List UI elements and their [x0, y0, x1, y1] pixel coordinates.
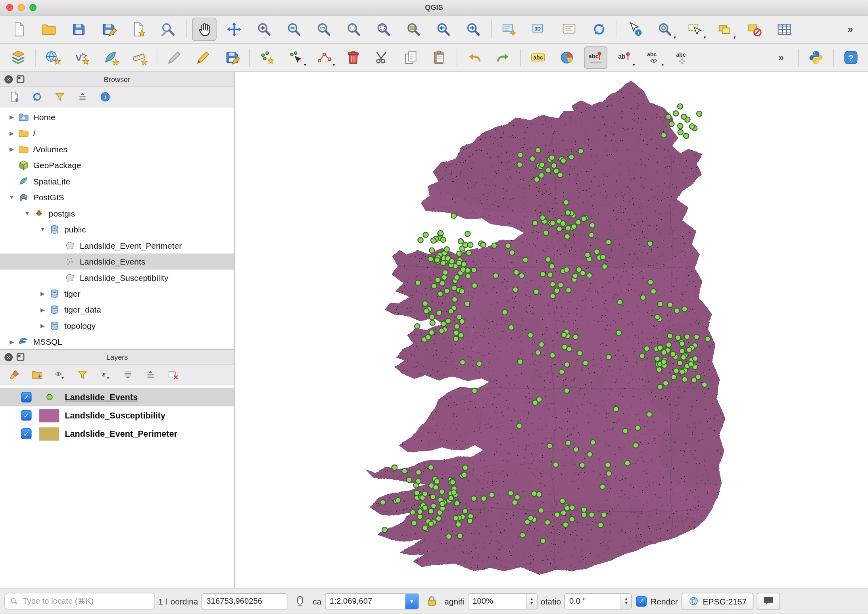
add-point-feature[interactable] — [255, 46, 278, 69]
redo[interactable] — [492, 46, 515, 69]
add-layer-definition[interactable] — [7, 89, 22, 105]
new-print-layout[interactable] — [126, 18, 150, 41]
pin-unpin-labels[interactable]: ab▾ — [613, 46, 636, 69]
browser-item-geopackage[interactable]: GeoPackage — [0, 157, 234, 173]
vertex-tool[interactable]: ▾ — [313, 46, 336, 69]
save-project-as[interactable] — [96, 18, 121, 41]
map-canvas[interactable] — [235, 72, 868, 588]
zoom-last[interactable] — [431, 18, 455, 41]
browser-item-tiger[interactable]: ▶tiger — [0, 286, 234, 301]
add-wms-layer[interactable] — [42, 46, 65, 69]
chevron-right-icon[interactable]: ▶ — [6, 130, 18, 136]
move-feature[interactable]: ▾ — [284, 46, 307, 69]
deselect-features[interactable] — [742, 18, 766, 41]
browser-item-public[interactable]: ▼public — [0, 221, 234, 237]
current-edits[interactable] — [163, 46, 186, 69]
close-panel-icon[interactable]: × — [4, 75, 13, 83]
chevron-down-icon[interactable]: ▼ — [36, 226, 49, 232]
filter-browser[interactable] — [52, 89, 67, 105]
zoom-native[interactable]: 1:1 — [312, 18, 336, 41]
pan-map[interactable] — [192, 18, 216, 41]
open-layer-styling[interactable] — [7, 367, 22, 382]
layer-visibility-checkbox[interactable]: ✓ — [21, 392, 32, 403]
expand-all[interactable] — [120, 367, 136, 382]
browser-properties[interactable]: i — [98, 89, 113, 105]
render-toggle[interactable]: ✓ Render — [636, 596, 678, 606]
add-vector-layer[interactable]: V — [70, 46, 94, 69]
move-label[interactable]: abc — [670, 46, 694, 69]
zoom-window-button[interactable]: + — [29, 4, 36, 11]
scale-dropdown-button[interactable]: ▾ — [405, 594, 418, 609]
browser-item-tiger-data[interactable]: ▶tiger_data — [0, 302, 234, 318]
browser-item-landslide-event-perimeter[interactable]: Landslide_Event_Perimeter — [0, 238, 234, 253]
close-window-button[interactable]: × — [6, 4, 13, 11]
python-console[interactable] — [805, 46, 828, 69]
browser-item-volumes[interactable]: ▶/Volumes — [0, 141, 234, 157]
new-map-view[interactable] — [497, 18, 521, 41]
browser-item-item[interactable]: ▶/ — [0, 125, 234, 141]
zoom-to-selection[interactable] — [371, 18, 396, 41]
close-panel-icon[interactable]: × — [4, 353, 13, 361]
chevron-right-icon[interactable]: ▶ — [36, 291, 49, 297]
browser-item-spatialite[interactable]: SpatiaLite — [0, 173, 234, 189]
rotation-input[interactable] — [565, 597, 621, 605]
browser-item-postgis[interactable]: ▼postgis — [0, 205, 234, 221]
open-project[interactable] — [36, 18, 61, 41]
layer-visibility-checkbox[interactable]: ✓ — [21, 410, 32, 421]
layer-item-landslide-susceptibility[interactable]: ✓Landslide_Susceptibility — [0, 406, 234, 424]
select-features[interactable]: ▾ — [683, 18, 707, 41]
collapse-all[interactable] — [143, 367, 158, 382]
new-project[interactable] — [7, 18, 31, 41]
magnifier-stepper[interactable]: ▲▼ — [526, 594, 537, 609]
help[interactable]: ? — [839, 46, 863, 69]
toolbar-extension-2[interactable]: » — [770, 46, 793, 69]
layer-item-landslide-event-perimeter[interactable]: ✓Landslide_Event_Perimeter — [0, 424, 234, 443]
open-data-source-manager[interactable] — [7, 46, 30, 69]
layer-diagram-options[interactable] — [555, 46, 579, 69]
locator-input[interactable] — [21, 596, 150, 606]
highlight-pinned-labels[interactable]: abc — [584, 46, 607, 69]
zoom-to-layer[interactable] — [401, 18, 426, 41]
browser-item-postgis[interactable]: ▼PostGIS — [0, 189, 234, 205]
layer-visibility-checkbox[interactable]: ✓ — [21, 428, 32, 439]
chevron-down-icon[interactable]: ▼ — [21, 210, 33, 216]
zoom-in[interactable] — [252, 18, 276, 41]
browser-item-mssql[interactable]: ▶MSSQL — [0, 334, 234, 349]
layer-labeling-options[interactable]: abc — [526, 46, 550, 69]
collapse-all-browser[interactable] — [75, 89, 90, 105]
float-panel-icon[interactable] — [17, 353, 25, 361]
chevron-right-icon[interactable]: ▶ — [36, 323, 49, 329]
locator-search[interactable] — [4, 593, 155, 610]
pan-to-selection[interactable] — [222, 18, 246, 41]
chevron-down-icon[interactable]: ▼ — [6, 194, 18, 200]
magnifier-input[interactable] — [468, 597, 526, 605]
messages-button[interactable] — [757, 593, 780, 610]
show-layout-manager[interactable] — [156, 18, 181, 41]
rotation-stepper[interactable]: ▲▼ — [621, 594, 632, 609]
save-layer-edits[interactable] — [220, 46, 244, 69]
zoom-out[interactable] — [282, 18, 306, 41]
refresh-browser[interactable] — [29, 89, 45, 105]
add-delimited-text-layer[interactable] — [128, 46, 151, 69]
filter-by-expression[interactable]: ε — [98, 367, 113, 382]
manage-map-themes[interactable] — [52, 367, 67, 382]
add-group[interactable] — [29, 367, 45, 382]
browser-item-landslide-events[interactable]: Landslide_Events — [0, 253, 234, 269]
render-checkbox[interactable]: ✓ — [636, 596, 647, 606]
zoom-full[interactable] — [342, 18, 366, 41]
chevron-right-icon[interactable]: ▶ — [6, 114, 18, 120]
temporal-controller[interactable] — [557, 18, 581, 41]
save-project[interactable] — [66, 18, 90, 41]
float-panel-icon[interactable] — [17, 75, 25, 83]
add-spatialite-layer[interactable] — [99, 46, 123, 69]
layer-item-landslide-events[interactable]: ✓Landslide_Events — [0, 388, 234, 406]
browser-item-home[interactable]: ▶Home — [0, 109, 234, 125]
magnifier-spinbox[interactable]: ▲▼ — [468, 593, 538, 609]
scale-combobox[interactable]: 1:2,069,607 ▾ — [325, 593, 419, 609]
coordinate-input[interactable] — [202, 593, 287, 609]
minimize-window-button[interactable]: − — [18, 4, 25, 11]
cut-features[interactable] — [371, 46, 394, 69]
crs-button[interactable]: EPSG:2157 — [681, 593, 753, 610]
lock-scale-button[interactable] — [422, 592, 441, 610]
toolbar-extension[interactable]: » — [838, 18, 862, 41]
